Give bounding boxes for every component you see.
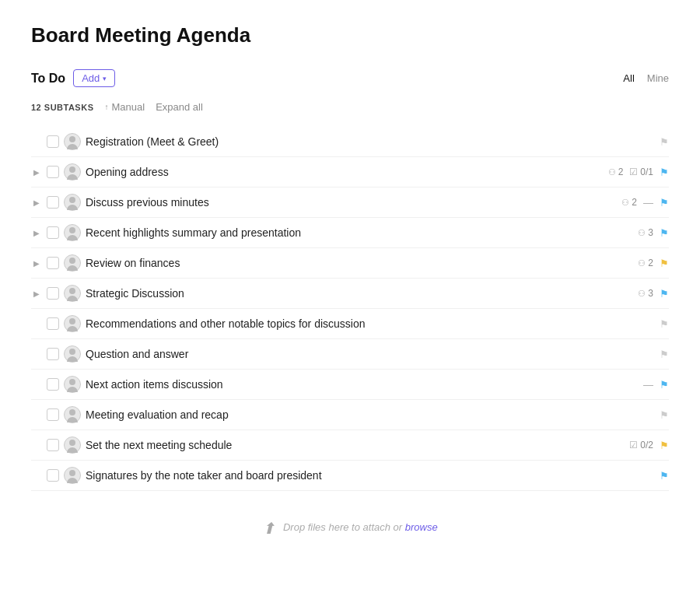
task-item: ▶Discuss previous minutes⚇ 2—⚑ (31, 188, 669, 218)
cloud-upload-icon: ⬆ (262, 520, 275, 537)
subtask-link-icon: ⚇ (638, 228, 646, 238)
flag-icon[interactable]: ⚑ (660, 258, 669, 269)
add-button[interactable]: Add ▾ (73, 69, 115, 87)
task-checkbox[interactable] (47, 439, 59, 451)
flag-icon[interactable]: ⚑ (660, 440, 669, 451)
task-name: Strategic Discussion (86, 287, 633, 300)
flag-icon[interactable]: ⚑ (660, 197, 669, 209)
task-checkbox[interactable] (47, 135, 59, 148)
task-item: Signatures by the note taker and board p… (31, 461, 669, 491)
task-name: Next action items discussion (86, 378, 639, 391)
task-checkbox[interactable] (47, 408, 59, 421)
chevron-down-icon: ▾ (103, 75, 107, 82)
avatar (64, 194, 81, 211)
view-mine-toggle[interactable]: Mine (647, 72, 669, 84)
section-header: To Do Add ▾ All Mine (31, 69, 669, 87)
sort-manual[interactable]: ↑ Manual (104, 101, 145, 113)
task-item: Next action items discussion—⚑ (31, 370, 669, 400)
task-checkbox[interactable] (47, 378, 59, 391)
task-checkbox[interactable] (47, 469, 59, 482)
task-name: Recent highlights summary and presentati… (86, 226, 633, 239)
task-checkbox[interactable] (47, 287, 59, 300)
task-checkbox[interactable] (47, 196, 59, 209)
task-meta: ⚑ (660, 136, 669, 148)
subtask-count-badge: ⚇ 3 (638, 288, 653, 299)
subtask-count-badge: ⚇ 2 (621, 197, 637, 208)
subtasks-meta: 12 SUBTASKS ↑ Manual Expand all (31, 101, 669, 119)
task-checkbox[interactable] (47, 166, 59, 178)
expand-task-button[interactable]: ▶ (31, 167, 42, 177)
subtask-link-icon: ⚇ (621, 198, 629, 208)
dash-icon: — (643, 379, 653, 391)
avatar (64, 224, 81, 241)
checklist-icon: ☑ (629, 440, 638, 450)
task-checkbox[interactable] (47, 317, 59, 330)
task-meta: ⚑ (660, 349, 669, 360)
view-all-toggle[interactable]: All (623, 72, 634, 84)
dash-icon: — (643, 197, 653, 209)
task-meta: ⚑ (660, 470, 669, 482)
task-name: Discuss previous minutes (86, 196, 617, 209)
expand-task-button[interactable]: ▶ (31, 258, 42, 268)
avatar (64, 406, 81, 423)
task-name: Set the next meeting schedule (86, 439, 625, 451)
task-item: Registration (Meet & Greet)⚑ (31, 127, 669, 157)
flag-icon[interactable]: ⚑ (660, 136, 669, 148)
task-checkbox[interactable] (47, 257, 59, 269)
sort-arrow-icon: ↑ (104, 103, 108, 111)
avatar (64, 163, 81, 181)
task-name: Question and answer (86, 348, 655, 360)
expand-task-button[interactable]: ▶ (31, 197, 42, 208)
task-meta: ☑0/2⚑ (629, 440, 669, 451)
flag-icon[interactable]: ⚑ (660, 167, 669, 178)
expand-task-button[interactable]: ▶ (31, 227, 42, 238)
subtask-link-icon: ⚇ (638, 289, 646, 299)
section-header-left: To Do Add ▾ (31, 69, 115, 87)
task-meta: —⚑ (643, 379, 669, 391)
flag-icon[interactable]: ⚑ (660, 349, 669, 360)
avatar (64, 345, 81, 363)
subtask-link-icon: ⚇ (608, 167, 616, 177)
task-meta: ⚇ 2⚑ (638, 258, 669, 269)
avatar (64, 467, 81, 484)
avatar (64, 254, 81, 272)
checklist-badge: ☑0/1 (629, 167, 653, 177)
flag-icon[interactable]: ⚑ (660, 318, 669, 330)
subtask-count-badge: ⚇ 2 (638, 258, 653, 268)
checklist-icon: ☑ (629, 167, 638, 177)
task-meta: ⚇ 3⚑ (638, 227, 669, 239)
task-name: Signatures by the note taker and board p… (86, 469, 655, 482)
flag-icon[interactable]: ⚑ (660, 227, 669, 239)
subtask-count-badge: ⚇ 2 (608, 167, 624, 177)
section-title: To Do (31, 72, 65, 86)
drop-zone: ⬆ Drop files here to attach or browse (31, 503, 669, 553)
task-item: Recommendations and other notable topics… (31, 309, 669, 339)
avatar (64, 133, 81, 150)
task-name: Recommendations and other notable topics… (86, 317, 655, 330)
subtask-count-badge: ⚇ 3 (638, 227, 653, 238)
avatar (64, 376, 81, 393)
expand-task-button[interactable]: ▶ (31, 288, 42, 299)
flag-icon[interactable]: ⚑ (660, 288, 669, 300)
task-item: Meeting evaluation and recap⚑ (31, 400, 669, 430)
task-checkbox[interactable] (47, 226, 59, 239)
subtasks-count: 12 SUBTASKS (31, 103, 93, 112)
task-meta: ⚑ (660, 318, 669, 330)
task-item: Set the next meeting schedule☑0/2⚑ (31, 430, 669, 461)
task-checkbox[interactable] (47, 348, 59, 360)
view-toggles: All Mine (623, 72, 669, 84)
task-item: Question and answer⚑ (31, 339, 669, 370)
flag-icon[interactable]: ⚑ (660, 470, 669, 482)
task-item: ▶Recent highlights summary and presentat… (31, 218, 669, 248)
task-meta: ⚇ 2☑0/1⚑ (608, 167, 669, 178)
avatar (64, 436, 81, 454)
task-list: Registration (Meet & Greet)⚑▶Opening add… (31, 127, 669, 491)
task-item: ▶Review on finances⚇ 2⚑ (31, 248, 669, 279)
task-name: Meeting evaluation and recap (86, 408, 655, 421)
browse-link[interactable]: browse (405, 521, 438, 533)
flag-icon[interactable]: ⚑ (660, 379, 669, 391)
expand-all-button[interactable]: Expand all (156, 101, 203, 113)
flag-icon[interactable]: ⚑ (660, 409, 669, 421)
task-item: ▶Strategic Discussion⚇ 3⚑ (31, 279, 669, 309)
avatar (64, 315, 81, 332)
